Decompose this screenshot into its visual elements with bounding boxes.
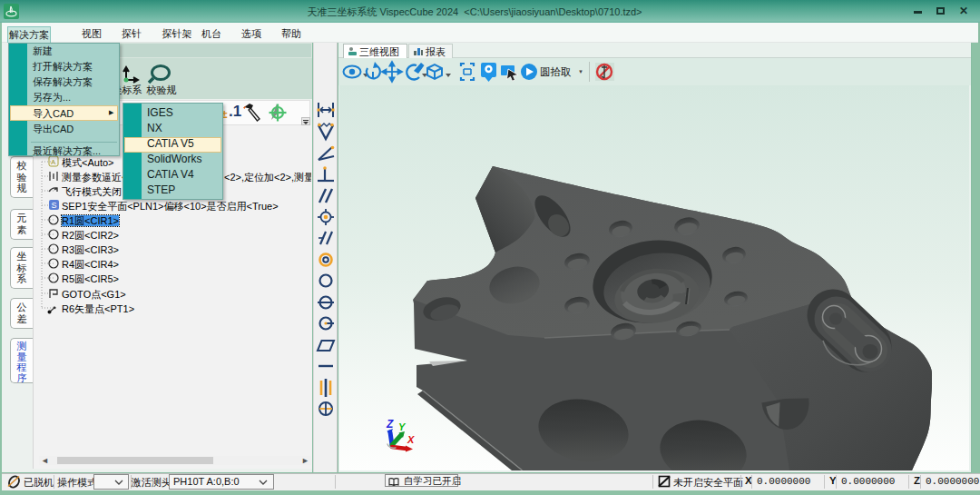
svg-text:S: S bbox=[52, 201, 57, 210]
svg-text:X: X bbox=[407, 434, 415, 445]
svg-text:Z: Z bbox=[386, 418, 394, 431]
svg-text:A: A bbox=[51, 158, 56, 166]
